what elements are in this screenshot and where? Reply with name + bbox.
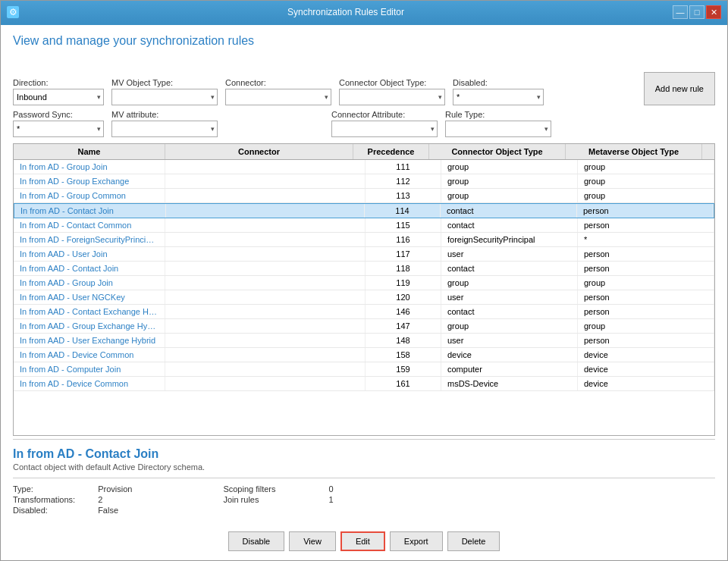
mv-object-type-label: MV Object Type: (111, 78, 218, 87)
disabled-select-wrapper: * (453, 89, 544, 105)
mv-object-type-filter: MV Object Type: (111, 78, 218, 105)
transformations-value: 2 (98, 495, 132, 504)
table-row[interactable]: In from AD - Group Join111groupgroup (14, 160, 714, 174)
table-cell: person (578, 290, 714, 304)
mv-object-type-select-wrapper (111, 89, 218, 105)
window-controls: — □ ✕ (673, 5, 721, 19)
scoping-filters-value: 0 (328, 484, 333, 494)
table-cell: foreignSecurityPrincipal (441, 233, 578, 246)
disabled-select[interactable]: * (453, 89, 544, 105)
connector-select[interactable] (225, 89, 331, 105)
table-cell (165, 218, 366, 232)
minimize-button[interactable]: — (673, 5, 688, 19)
table-cell: group (578, 174, 714, 188)
table-row[interactable]: In from AAD - Contact Exchange Hybrid146… (14, 305, 714, 319)
table-row[interactable]: In from AD - Contact Join114contactperso… (14, 203, 714, 218)
detail-meta-labels: Type: Transformations: Disabled: (13, 484, 75, 515)
table-row[interactable]: In from AD - Contact Common115contactper… (14, 218, 714, 233)
table-cell: user (441, 334, 578, 347)
table-row[interactable]: In from AAD - Group Exchange Hybrid147gr… (14, 319, 714, 334)
table-cell: In from AAD - Contact Join (14, 262, 165, 275)
filters-area: Direction: Inbound MV Object Type: (13, 58, 715, 137)
mv-attribute-select[interactable] (111, 121, 218, 137)
filter-row-1: Direction: Inbound MV Object Type: (13, 58, 715, 105)
mv-object-type-select[interactable] (111, 89, 218, 105)
table-row[interactable]: In from AD - Device Common161msDS-Device… (14, 377, 714, 391)
table-row[interactable]: In from AD - Group Exchange112groupgroup (14, 174, 714, 189)
table-cell: contact (441, 204, 577, 218)
export-button[interactable]: Export (390, 531, 443, 551)
table-row[interactable]: In from AAD - User Join117userperson (14, 247, 714, 262)
connector-filter: Connector: (225, 78, 331, 105)
table-body[interactable]: In from AD - Group Join111groupgroupIn f… (14, 160, 714, 435)
view-button[interactable]: View (289, 531, 336, 551)
col-connector: Connector (165, 144, 353, 159)
col-connector-object-type: Connector Object Type (429, 144, 566, 159)
table-cell: In from AD - Computer Join (14, 362, 165, 376)
close-button[interactable]: ✕ (706, 5, 721, 19)
table-cell: 119 (366, 276, 441, 290)
maximize-button[interactable]: □ (689, 5, 704, 19)
table-cell: person (578, 262, 714, 275)
col-precedence: Precedence (353, 144, 429, 159)
table-cell: contact (441, 305, 578, 318)
table-cell: group (441, 319, 578, 333)
direction-select[interactable]: Inbound (13, 89, 104, 105)
password-sync-select[interactable]: * (13, 121, 104, 137)
table-cell: person (578, 305, 714, 318)
table-row[interactable]: In from AD - Computer Join159computerdev… (14, 362, 714, 377)
rule-type-select[interactable] (445, 121, 551, 137)
disabled-filter: Disabled: * (453, 78, 544, 105)
table-cell (165, 305, 366, 318)
direction-filter: Direction: Inbound (13, 78, 104, 105)
delete-button[interactable]: Delete (447, 531, 500, 551)
table-cell (165, 377, 366, 390)
table-cell: 111 (366, 160, 441, 174)
table-cell: 148 (366, 334, 441, 347)
table-cell (165, 233, 366, 246)
page-title: View and manage your synchronization rul… (13, 34, 715, 48)
password-sync-label: Password Sync: (13, 110, 104, 119)
table-row[interactable]: In from AD - ForeignSecurityPrincipal Jo… (14, 233, 714, 247)
connector-attribute-select-wrapper (331, 121, 438, 137)
table-header: Name Connector Precedence Connector Obje… (14, 144, 714, 160)
col-metaverse-object-type: Metaverse Object Type (566, 144, 702, 159)
table-cell: In from AD - Contact Join (14, 204, 166, 218)
table-cell (165, 334, 366, 347)
join-rules-value: 1 (328, 495, 333, 504)
table-row[interactable]: In from AAD - Device Common158devicedevi… (14, 348, 714, 362)
table-cell (165, 189, 366, 202)
detail-description: Contact object with default Active Direc… (13, 462, 715, 472)
connector-object-type-select[interactable] (339, 89, 445, 105)
edit-button[interactable]: Edit (340, 531, 385, 551)
disable-button[interactable]: Disable (228, 531, 285, 551)
table-cell: In from AAD - Device Common (14, 348, 165, 362)
col-name: Name (14, 144, 165, 159)
table-row[interactable]: In from AAD - User Exchange Hybrid148use… (14, 334, 714, 348)
table-row[interactable]: In from AD - Group Common113groupgroup (14, 189, 714, 203)
table-row[interactable]: In from AAD - Group Join119groupgroup (14, 276, 714, 290)
table-cell: user (441, 247, 578, 261)
detail-meta-right-labels: Scoping filters Join rules (223, 484, 275, 515)
window-title: Synchronization Rules Editor (19, 7, 673, 17)
table-row[interactable]: In from AAD - User NGCKey120userperson (14, 290, 714, 305)
table-cell (165, 262, 366, 275)
mv-attribute-filter: MV attribute: (111, 110, 218, 137)
connector-attribute-label: Connector Attribute: (331, 110, 438, 119)
table-cell: In from AD - Group Exchange (14, 174, 165, 188)
table-cell: 116 (366, 233, 441, 246)
table-cell: group (441, 174, 578, 188)
add-new-rule-button[interactable]: Add new rule (644, 72, 715, 105)
direction-select-wrapper: Inbound (13, 89, 104, 105)
transformations-label: Transformations: (13, 495, 75, 504)
table-cell (165, 362, 366, 376)
connector-attribute-select[interactable] (331, 121, 438, 137)
rules-table: Name Connector Precedence Connector Obje… (13, 143, 715, 436)
table-cell: group (578, 189, 714, 202)
table-cell: person (578, 247, 714, 261)
filter-row-2: Password Sync: * MV attribute: (13, 110, 715, 137)
table-row[interactable]: In from AAD - Contact Join118contactpers… (14, 262, 714, 276)
title-bar: ⚙ Synchronization Rules Editor — □ ✕ (1, 1, 727, 24)
password-sync-filter: Password Sync: * (13, 110, 104, 137)
disabled-meta-value: False (98, 506, 132, 515)
